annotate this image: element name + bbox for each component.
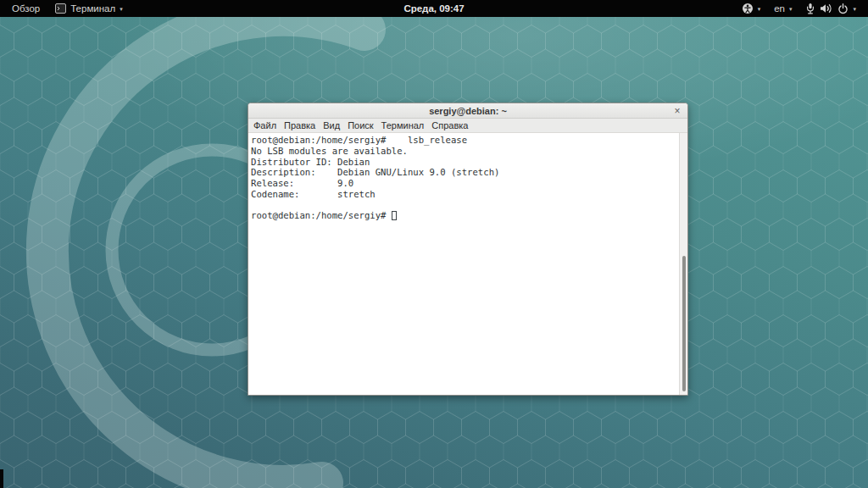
menu-terminal[interactable]: Терминал bbox=[381, 120, 425, 130]
terminal-app-icon bbox=[55, 3, 66, 14]
scrollbar-thumb[interactable] bbox=[682, 256, 686, 391]
terminal-cursor bbox=[392, 211, 397, 220]
desktop-wallpaper: sergiy@debian: ~ × Файл Правка Вид Поиск… bbox=[0, 17, 868, 488]
terminal-line: Description: Debian GNU/Linux 9.0 (stret… bbox=[251, 167, 677, 178]
chevron-down-icon: ▾ bbox=[853, 5, 856, 12]
terminal-line: Distributor ID: Debian bbox=[251, 157, 677, 168]
volume-icon bbox=[820, 3, 833, 14]
chevron-down-icon: ▾ bbox=[120, 5, 123, 12]
window-titlebar[interactable]: sergiy@debian: ~ × bbox=[248, 103, 687, 119]
menu-file[interactable]: Файл bbox=[253, 120, 276, 130]
menu-bar: Файл Правка Вид Поиск Терминал Справка bbox=[248, 119, 687, 133]
app-menu-label: Терминал bbox=[70, 3, 115, 14]
power-icon bbox=[837, 3, 849, 14]
top-bar-right: ▾ en ▾ bbox=[737, 3, 861, 14]
menu-view[interactable]: Вид bbox=[323, 120, 340, 130]
accessibility-menu[interactable]: ▾ bbox=[737, 3, 766, 14]
top-bar: Обзор Терминал ▾ Среда, 09:47 ▾ en ▾ bbox=[0, 0, 868, 17]
prompt-text: root@debian:/home/sergiy# bbox=[251, 210, 392, 220]
system-status-menu[interactable]: ▾ bbox=[800, 3, 861, 14]
keyboard-layout-menu[interactable]: en ▾ bbox=[769, 3, 797, 14]
terminal-prompt-line: root@debian:/home/sergiy# bbox=[251, 210, 677, 221]
terminal-line: No LSB modules are available. bbox=[251, 146, 677, 157]
chevron-down-icon: ▾ bbox=[758, 5, 761, 12]
activities-button[interactable]: Обзор bbox=[7, 0, 45, 17]
terminal-window: sergiy@debian: ~ × Файл Правка Вид Поиск… bbox=[248, 103, 688, 396]
menu-help[interactable]: Справка bbox=[431, 120, 468, 130]
terminal-output-area[interactable]: root@debian:/home/sergiy# lsb_release No… bbox=[248, 133, 687, 395]
screen-corner-artifact bbox=[0, 469, 3, 488]
menu-edit[interactable]: Правка bbox=[284, 120, 315, 130]
chevron-down-icon: ▾ bbox=[789, 5, 793, 12]
terminal-line: Release: 9.0 bbox=[251, 178, 677, 189]
universal-access-icon bbox=[742, 3, 754, 14]
app-menu-button[interactable]: Терминал ▾ bbox=[50, 0, 127, 17]
keyboard-layout-label: en bbox=[774, 3, 785, 14]
window-title: sergiy@debian: ~ bbox=[429, 106, 507, 116]
terminal-line bbox=[251, 200, 677, 211]
menu-search[interactable]: Поиск bbox=[348, 120, 373, 130]
microphone-icon bbox=[805, 3, 815, 14]
terminal-line: root@debian:/home/sergiy# lsb_release bbox=[251, 135, 677, 146]
terminal-line: Codename: stretch bbox=[251, 189, 677, 200]
activities-label: Обзор bbox=[12, 3, 40, 14]
scrollbar[interactable] bbox=[679, 133, 687, 395]
close-button[interactable]: × bbox=[671, 103, 683, 119]
